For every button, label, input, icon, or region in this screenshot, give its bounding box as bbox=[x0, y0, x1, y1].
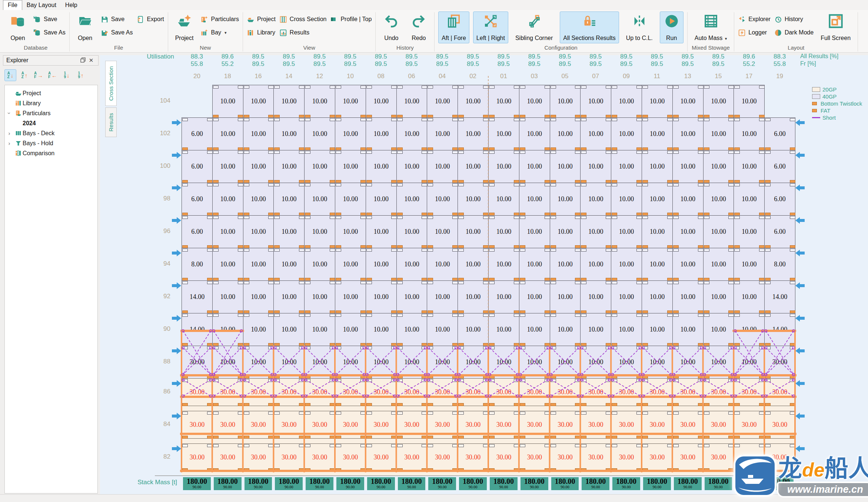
particulars-button[interactable]: Particulars bbox=[200, 14, 239, 24]
chevron-icon[interactable]: › bbox=[5, 130, 14, 136]
bay-cell[interactable]: 10.00 bbox=[273, 313, 305, 346]
bay-cell[interactable]: 10.00 bbox=[488, 280, 519, 313]
bay-cell[interactable]: 10.00 bbox=[611, 117, 642, 150]
aft-fore-button[interactable]: Aft | Fore bbox=[438, 11, 469, 43]
bay-cell[interactable]: 30.00 bbox=[396, 443, 428, 471]
bay-cell[interactable]: 10.00 bbox=[550, 280, 581, 313]
run-button[interactable]: Run bbox=[660, 11, 684, 43]
bay-cell[interactable]: 30.00 bbox=[519, 378, 550, 406]
bay-cell[interactable]: 30.00 bbox=[366, 443, 397, 471]
bay-cell[interactable]: 10.00 bbox=[611, 150, 642, 183]
sort-19-ascending-button[interactable]: 19↑ bbox=[75, 69, 87, 81]
redo-button[interactable]: Redo bbox=[407, 11, 430, 43]
bay-cell[interactable]: 10.00 bbox=[243, 85, 274, 118]
bay-cell[interactable]: 10.00 bbox=[488, 117, 519, 150]
auto-mass-button[interactable]: Auto Mass ▾ bbox=[691, 11, 731, 43]
sort-az-descending-button[interactable]: AZ↓ bbox=[4, 69, 16, 81]
bay-cell[interactable]: 10.00 bbox=[273, 248, 305, 281]
open-button[interactable]: Open bbox=[73, 11, 97, 43]
bay-cell[interactable]: 30.00 bbox=[580, 443, 611, 471]
results-button[interactable]: Results bbox=[279, 28, 327, 37]
bay-cell[interactable]: 10.00 bbox=[212, 248, 243, 281]
sort-af-backward-button[interactable]: AF← bbox=[47, 69, 59, 81]
bay-cell[interactable]: 10.00 bbox=[488, 85, 519, 118]
bay-cell[interactable]: 10.00 bbox=[642, 215, 673, 248]
bay-cell[interactable]: 10.00 bbox=[672, 85, 704, 118]
bay-cell[interactable]: 10.00 bbox=[212, 183, 243, 216]
bay-cell[interactable]: 10.00 bbox=[488, 150, 519, 183]
bay-cell[interactable]: 10.00 bbox=[458, 150, 489, 183]
bay-cell[interactable]: 10.00 bbox=[304, 183, 335, 216]
bay-cell[interactable]: 30.00 bbox=[396, 378, 428, 406]
bay-cell[interactable]: 10.00 bbox=[335, 183, 366, 216]
bay-cell[interactable]: 10.00 bbox=[703, 215, 734, 248]
bay-cell[interactable]: 10.00 bbox=[335, 215, 366, 248]
bay-cell[interactable]: 10.00 bbox=[519, 313, 550, 346]
project-button[interactable]: Project bbox=[172, 11, 197, 43]
bay-cell[interactable]: 10.00 bbox=[642, 183, 673, 216]
bay-cell[interactable]: 6.00 bbox=[182, 117, 213, 150]
bay-cell[interactable]: 10.00 bbox=[519, 248, 550, 281]
bay-cell[interactable]: 6.00 bbox=[764, 215, 795, 248]
bay-cell[interactable]: 6.00 bbox=[764, 117, 795, 150]
bay-cell[interactable]: 30.00 bbox=[335, 443, 366, 471]
bay-cell[interactable]: 10.00 bbox=[335, 150, 366, 183]
bay-cell[interactable]: 30.00 bbox=[672, 378, 704, 406]
bay-cell[interactable]: 10.00 bbox=[366, 150, 397, 183]
bay-cell[interactable]: 30.00 bbox=[427, 443, 458, 471]
menu-item-bay-layout[interactable]: Bay Layout bbox=[22, 0, 61, 10]
bay-cell[interactable]: 10.00 bbox=[243, 150, 274, 183]
bay-cell[interactable]: 10.00 bbox=[703, 150, 734, 183]
bay-cell[interactable]: 10.00 bbox=[611, 248, 642, 281]
bay-cell[interactable]: 30.00 bbox=[488, 443, 519, 471]
bay-cell[interactable]: 10.00 bbox=[488, 248, 519, 281]
bay-cell[interactable]: 30.00 bbox=[427, 378, 458, 406]
bay-cell[interactable]: 30.00 bbox=[703, 378, 734, 406]
float-panel-icon[interactable] bbox=[79, 57, 87, 64]
tree-item-particulars[interactable]: ›Particulars bbox=[5, 108, 97, 118]
dark-mode-button[interactable]: Dark Mode bbox=[774, 28, 814, 37]
bay-cell[interactable]: 30.00 bbox=[304, 378, 335, 406]
bay-cell[interactable]: 10.00 bbox=[580, 150, 611, 183]
bay-cell[interactable]: 10.00 bbox=[611, 215, 642, 248]
bay-cell[interactable]: 6.00 bbox=[764, 150, 795, 183]
bay-cell[interactable]: 10.00 bbox=[642, 85, 673, 118]
bay-cell[interactable]: 10.00 bbox=[580, 215, 611, 248]
bay-cell[interactable]: 10.00 bbox=[734, 150, 765, 183]
bay-cell[interactable]: 10.00 bbox=[672, 117, 704, 150]
bay-cell[interactable]: 30.00 bbox=[243, 443, 274, 471]
bay-cell[interactable]: 10.00 bbox=[243, 248, 274, 281]
bay-cell[interactable]: 10.00 bbox=[580, 85, 611, 118]
bay-cell[interactable]: 10.00 bbox=[243, 215, 274, 248]
bay-cell[interactable]: 10.00 bbox=[427, 280, 458, 313]
bay-cell[interactable]: 10.00 bbox=[212, 117, 243, 150]
bay-cell[interactable]: 30.00 bbox=[366, 378, 397, 406]
bay-cell[interactable]: 10.00 bbox=[703, 248, 734, 281]
bay-cell[interactable]: 14.00 bbox=[182, 313, 213, 346]
bay-cell[interactable]: 10.00 bbox=[734, 117, 765, 150]
left-right-button[interactable]: Left | Right bbox=[473, 11, 508, 43]
open-button[interactable]: Open bbox=[6, 11, 30, 43]
tree-item-bays-hold[interactable]: ›Bays - Hold bbox=[5, 138, 97, 148]
bay-cell[interactable]: 10.00 bbox=[366, 248, 397, 281]
bay-cell[interactable]: 10.00 bbox=[396, 150, 428, 183]
bay-cell[interactable]: 10.00 bbox=[703, 183, 734, 216]
bay-cell[interactable]: 30.00 bbox=[580, 378, 611, 406]
bay-cell[interactable]: 10.00 bbox=[611, 183, 642, 216]
bay-cell[interactable]: 10.00 bbox=[243, 183, 274, 216]
bay-cell[interactable]: 10.00 bbox=[672, 215, 704, 248]
bay-cell[interactable]: 6.00 bbox=[182, 215, 213, 248]
bay-cell[interactable]: 10.00 bbox=[611, 85, 642, 118]
bay-cell[interactable]: 30.00 bbox=[764, 378, 795, 406]
bay-cell[interactable]: 30.00 bbox=[550, 443, 581, 471]
bay-cell[interactable]: 10.00 bbox=[427, 313, 458, 346]
bay-cell[interactable]: 10.00 bbox=[396, 280, 428, 313]
bay-cell[interactable]: 10.00 bbox=[519, 280, 550, 313]
explorer-button[interactable]: Explorer bbox=[738, 14, 771, 24]
bay-cell[interactable]: 30.00 bbox=[182, 378, 213, 406]
project-button[interactable]: Project bbox=[247, 14, 276, 24]
sort-az-ascending-button[interactable]: AZ↑ bbox=[19, 69, 30, 81]
bay-cell[interactable]: 30.00 bbox=[550, 378, 581, 406]
bay-cell[interactable]: 10.00 bbox=[611, 280, 642, 313]
bay-cell[interactable]: 30.00 bbox=[212, 378, 243, 406]
